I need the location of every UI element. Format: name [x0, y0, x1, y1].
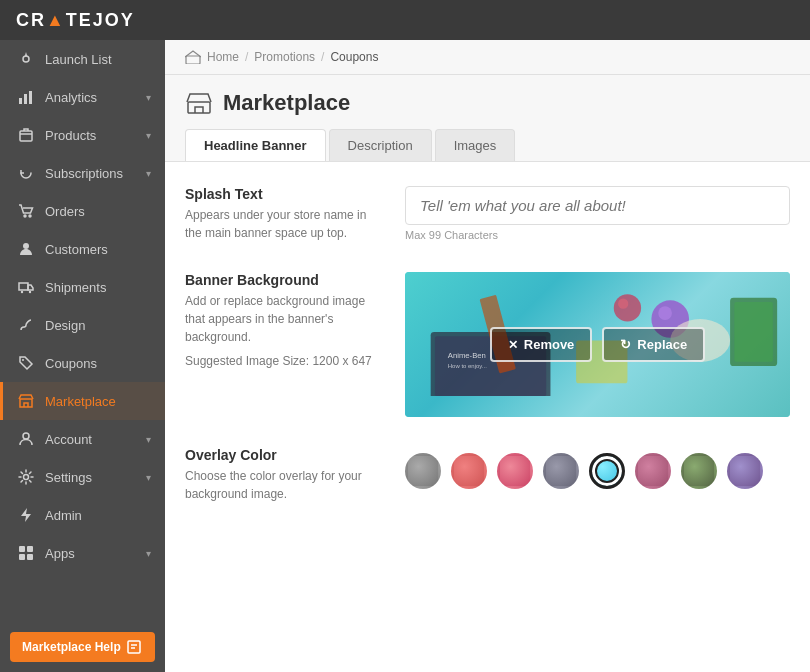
sidebar-label: Launch List [45, 52, 112, 67]
sidebar-label: Analytics [45, 90, 97, 105]
store-icon [17, 392, 35, 410]
svg-rect-3 [29, 91, 32, 104]
chevron-down-icon: ▾ [146, 168, 151, 179]
svg-rect-19 [128, 641, 140, 653]
splash-text-input[interactable] [405, 186, 790, 225]
page-title: Marketplace [223, 90, 350, 116]
breadcrumb-home[interactable]: Home [207, 50, 239, 64]
sidebar-label: Settings [45, 470, 92, 485]
tab-images[interactable]: Images [435, 129, 516, 161]
tab-content: Splash Text Appears under your store nam… [165, 162, 810, 672]
page-header: Marketplace Headline Banner Description … [165, 75, 810, 162]
sidebar-item-account[interactable]: Account ▾ [0, 420, 165, 458]
svg-point-14 [24, 475, 29, 480]
tab-headline-banner[interactable]: Headline Banner [185, 129, 326, 161]
splash-text-desc: Appears under your store name in the mai… [185, 206, 385, 242]
svg-point-11 [22, 359, 24, 361]
splash-text-section: Splash Text Appears under your store nam… [185, 186, 790, 242]
sidebar-label: Subscriptions [45, 166, 123, 181]
svg-point-0 [23, 56, 29, 62]
banner-bg-label: Banner Background [185, 272, 385, 288]
replace-button[interactable]: ↻ Replace [602, 327, 705, 362]
banner-background-image: Anime-Ben How to enjoy... [405, 272, 790, 417]
remove-button[interactable]: ✕ Remove [490, 327, 593, 362]
svg-rect-4 [20, 131, 32, 141]
swatch-pink[interactable] [451, 453, 487, 489]
main-content: Home / Promotions / Coupons Marketplace … [165, 40, 810, 672]
banner-bg-size: Suggested Image Size: 1200 x 647 [185, 352, 385, 370]
truck-icon [17, 278, 35, 296]
breadcrumb-current: Coupons [330, 50, 378, 64]
sidebar-label: Marketplace [45, 394, 116, 409]
svg-rect-15 [19, 546, 25, 552]
svg-point-6 [29, 215, 31, 217]
help-icon [127, 640, 141, 654]
sidebar-item-settings[interactable]: Settings ▾ [0, 458, 165, 496]
banner-bg-desc: Add or replace background image that app… [185, 292, 385, 346]
grid-icon [17, 544, 35, 562]
sidebar-item-apps[interactable]: Apps ▾ [0, 534, 165, 572]
cart-icon [17, 202, 35, 220]
svg-rect-20 [186, 56, 200, 64]
chart-icon [17, 88, 35, 106]
sidebar-label: Products [45, 128, 96, 143]
refresh-icon: ↻ [620, 337, 631, 352]
sidebar-item-admin[interactable]: Admin [0, 496, 165, 534]
sidebar-label: Admin [45, 508, 82, 523]
sidebar-label: Shipments [45, 280, 106, 295]
sidebar-item-coupons[interactable]: Coupons [0, 344, 165, 382]
marketplace-help-button[interactable]: Marketplace Help [10, 632, 155, 662]
sidebar-label: Orders [45, 204, 85, 219]
sidebar-item-subscriptions[interactable]: Subscriptions ▾ [0, 154, 165, 192]
tag-icon [17, 354, 35, 372]
sidebar-item-shipments[interactable]: Shipments [0, 268, 165, 306]
sidebar-item-design[interactable]: Design [0, 306, 165, 344]
swatch-gray[interactable] [405, 453, 441, 489]
lightning-icon [17, 506, 35, 524]
brush-icon [17, 316, 35, 334]
overlay-color-desc: Choose the color overlay for your backgr… [185, 467, 385, 503]
svg-rect-18 [27, 554, 33, 560]
swatch-salmon[interactable] [497, 453, 533, 489]
svg-rect-1 [19, 98, 22, 104]
char-limit-label: Max 99 Characters [405, 229, 790, 241]
svg-point-10 [29, 291, 31, 293]
app-logo: CR▲TEJOY [16, 10, 135, 31]
sidebar-item-analytics[interactable]: Analytics ▾ [0, 78, 165, 116]
chevron-down-icon: ▾ [146, 92, 151, 103]
person-icon [17, 240, 35, 258]
swatch-darkgray[interactable] [543, 453, 579, 489]
color-swatches [405, 453, 790, 489]
chevron-down-icon: ▾ [146, 130, 151, 141]
sidebar-label: Apps [45, 546, 75, 561]
svg-point-9 [21, 291, 23, 293]
tab-description[interactable]: Description [329, 129, 432, 161]
marketplace-title-icon [185, 89, 213, 117]
chevron-down-icon: ▾ [146, 548, 151, 559]
svg-point-5 [24, 215, 26, 217]
swatch-olive[interactable] [681, 453, 717, 489]
svg-point-13 [23, 433, 29, 439]
sidebar-item-launch-list[interactable]: Launch List [0, 40, 165, 78]
sidebar-item-products[interactable]: Products ▾ [0, 116, 165, 154]
breadcrumb-promotions[interactable]: Promotions [254, 50, 315, 64]
x-icon: ✕ [508, 338, 518, 352]
sidebar-item-customers[interactable]: Customers [0, 230, 165, 268]
tab-bar: Headline Banner Description Images [185, 129, 790, 161]
swatch-cyan[interactable] [589, 453, 625, 489]
svg-point-7 [23, 243, 29, 249]
overlay-color-section: Overlay Color Choose the color overlay f… [185, 447, 790, 503]
overlay-color-label: Overlay Color [185, 447, 385, 463]
svg-rect-16 [27, 546, 33, 552]
swatch-mauve[interactable] [635, 453, 671, 489]
chevron-down-icon: ▾ [146, 434, 151, 445]
svg-rect-2 [24, 94, 27, 104]
swatch-lavender[interactable] [727, 453, 763, 489]
sidebar: Launch List Analytics ▾ Products ▾ Subsc… [0, 40, 165, 672]
help-label: Marketplace Help [22, 640, 121, 654]
sidebar-item-marketplace[interactable]: Marketplace [0, 382, 165, 420]
sidebar-label: Coupons [45, 356, 97, 371]
refresh-icon [17, 164, 35, 182]
sidebar-item-orders[interactable]: Orders [0, 192, 165, 230]
home-icon [185, 50, 201, 64]
